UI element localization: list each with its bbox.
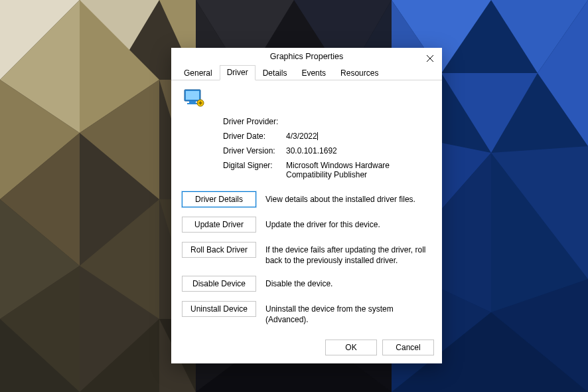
tab-resources[interactable]: Resources <box>333 66 386 80</box>
tab-details[interactable]: Details <box>256 66 295 80</box>
uninstall-device-button[interactable]: Uninstall Device <box>182 301 256 317</box>
svg-rect-49 <box>200 102 201 105</box>
driver-details-desc: View details about the installed driver … <box>265 191 431 205</box>
update-driver-desc: Update the driver for this device. <box>265 217 431 230</box>
ok-button[interactable]: OK <box>325 340 377 355</box>
tab-general[interactable]: General <box>177 66 220 80</box>
svg-rect-44 <box>186 91 199 100</box>
roll-back-driver-button[interactable]: Roll Back Driver <box>182 242 256 258</box>
tab-events[interactable]: Events <box>294 66 333 80</box>
disable-device-desc: Disable the device. <box>265 276 431 289</box>
close-button[interactable] <box>423 52 437 65</box>
tab-strip: General Driver Details Events Resources <box>171 64 442 80</box>
digital-signer-value: Microsoft Windows Hardware Compatibility… <box>286 161 431 179</box>
driver-provider-value <box>286 117 431 126</box>
dialog-title: Graphics Properties <box>270 52 343 61</box>
digital-signer-label: Digital Signer: <box>223 161 286 179</box>
roll-back-driver-desc: If the device fails after updating the d… <box>265 242 431 266</box>
svg-rect-46 <box>187 103 198 104</box>
driver-details-button[interactable]: Driver Details <box>182 191 256 207</box>
titlebar: Graphics Properties <box>171 48 442 64</box>
uninstall-device-desc: Uninstall the device from the system (Ad… <box>265 301 431 325</box>
driver-date-value: 4/3/2022 <box>286 132 431 141</box>
svg-rect-45 <box>189 101 196 103</box>
graphics-properties-dialog: Graphics Properties General Driver Detai… <box>171 48 442 363</box>
driver-provider-label: Driver Provider: <box>223 117 286 126</box>
close-icon <box>426 54 434 62</box>
driver-version-label: Driver Version: <box>223 146 286 155</box>
driver-info-grid: Driver Provider: Driver Date: 4/3/2022 D… <box>223 117 431 179</box>
driver-date-label: Driver Date: <box>223 132 286 141</box>
display-adapter-icon <box>183 88 206 108</box>
driver-version-value: 30.0.101.1692 <box>286 146 431 155</box>
tab-content-driver: Driver Provider: Driver Date: 4/3/2022 D… <box>171 80 442 334</box>
update-driver-button[interactable]: Update Driver <box>182 217 256 233</box>
tab-driver[interactable]: Driver <box>220 65 256 80</box>
cancel-button[interactable]: Cancel <box>382 340 434 355</box>
dialog-footer: OK Cancel <box>171 334 442 363</box>
disable-device-button[interactable]: Disable Device <box>182 276 256 292</box>
text-caret <box>317 132 318 140</box>
